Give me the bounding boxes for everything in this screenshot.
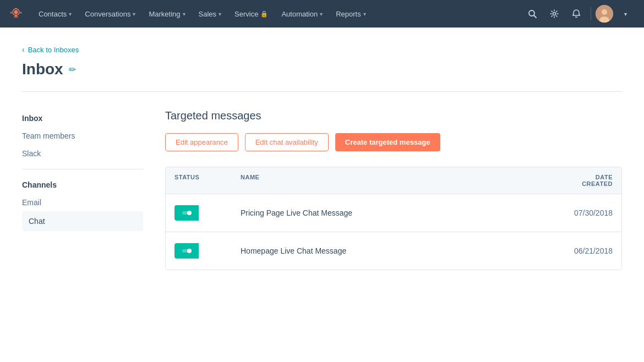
chevron-down-icon: ▾: [320, 11, 323, 17]
nav-reports[interactable]: Reports ▾: [329, 0, 373, 28]
right-content: Targeted messages Edit appearance Edit c…: [165, 109, 622, 270]
toggle-check-1[interactable]: [199, 205, 214, 221]
page-container: ‹ Back to Inboxes Inbox ✏ Inbox Team mem…: [0, 28, 644, 288]
sidebar-item-email[interactable]: Email: [22, 194, 143, 211]
toggle-1[interactable]: [174, 205, 223, 221]
nav-right-icons: ▾: [522, 4, 635, 24]
table-row: Homepage Live Chat Message 06/21/2018: [166, 232, 621, 270]
search-button[interactable]: [522, 4, 542, 24]
svg-rect-4: [15, 8, 17, 9]
page-divider: [22, 91, 622, 92]
toggle-switch-1[interactable]: [174, 205, 199, 221]
header-status: STATUS: [166, 167, 232, 194]
chevron-down-icon: ▾: [219, 11, 221, 17]
toggle-2[interactable]: [174, 243, 223, 259]
name-cell-1: Pricing Page Live Chat Message: [232, 198, 544, 228]
table-row: Pricing Page Live Chat Message 07/30/201…: [166, 194, 621, 232]
page-title-row: Inbox ✏: [22, 61, 622, 78]
nav-service[interactable]: Service 🔒: [228, 0, 275, 28]
hubspot-logo[interactable]: [9, 7, 23, 21]
svg-rect-7: [20, 12, 21, 14]
date-cell-2: 06/21/2018: [544, 235, 621, 266]
toggle-switch-2[interactable]: [174, 243, 199, 259]
sidebar-item-chat[interactable]: Chat: [22, 211, 143, 231]
edit-title-icon[interactable]: ✏: [69, 64, 76, 75]
sidebar-item-team-members[interactable]: Team members: [22, 127, 143, 145]
nav-sales[interactable]: Sales ▾: [192, 0, 228, 28]
date-cell-1: 07/30/2018: [544, 198, 621, 228]
svg-point-15: [187, 211, 192, 215]
messages-table: STATUS NAME DATECREATED: [165, 167, 622, 270]
nav-marketing[interactable]: Marketing ▾: [142, 0, 192, 28]
header-name: NAME: [232, 167, 544, 194]
sidebar: Inbox Team members Slack Channels Email …: [22, 109, 143, 270]
back-arrow-icon: ‹: [22, 45, 25, 54]
header-date: DATECREATED: [544, 167, 621, 194]
nav-contacts[interactable]: Contacts ▾: [32, 0, 78, 28]
create-targeted-message-button[interactable]: Create targeted message: [335, 133, 440, 151]
status-cell-1: [166, 194, 232, 232]
svg-point-10: [553, 13, 556, 15]
edit-availability-button[interactable]: Edit chat availability: [245, 133, 329, 151]
table-header: STATUS NAME DATECREATED: [166, 167, 621, 194]
svg-point-17: [187, 249, 192, 253]
nav-conversations[interactable]: Conversations ▾: [78, 0, 142, 28]
nav-items: Contacts ▾ Conversations ▾ Marketing ▾ S…: [32, 0, 522, 28]
svg-point-12: [602, 9, 607, 15]
svg-rect-3: [14, 17, 18, 18]
nav-automation[interactable]: Automation ▾: [275, 0, 329, 28]
sidebar-item-inbox[interactable]: Inbox: [22, 109, 143, 127]
svg-rect-5: [15, 15, 17, 16]
toggle-check-2[interactable]: [199, 243, 214, 259]
chevron-down-icon: ▾: [133, 11, 135, 17]
page-title: Inbox: [22, 61, 63, 78]
chevron-down-icon: ▾: [363, 11, 366, 17]
breadcrumb[interactable]: ‹ Back to Inboxes: [22, 45, 622, 54]
section-title: Targeted messages: [165, 109, 622, 122]
lock-icon: 🔒: [260, 10, 268, 18]
avatar[interactable]: [596, 5, 613, 23]
settings-button[interactable]: [544, 4, 564, 24]
sidebar-divider: [22, 169, 143, 169]
notifications-button[interactable]: [566, 4, 586, 24]
nav-divider: [591, 7, 591, 20]
status-cell-2: [166, 232, 232, 270]
chevron-down-icon: ▾: [183, 11, 185, 17]
main-content: Inbox Team members Slack Channels Email …: [22, 109, 622, 270]
sidebar-item-slack[interactable]: Slack: [22, 145, 143, 162]
sidebar-channels-heading: Channels: [22, 176, 143, 194]
actions-row: Edit appearance Edit chat availability C…: [165, 133, 622, 151]
chevron-down-icon: ▾: [69, 11, 72, 17]
name-cell-2: Homepage Live Chat Message: [232, 235, 544, 266]
top-navigation: Contacts ▾ Conversations ▾ Marketing ▾ S…: [0, 0, 644, 28]
svg-point-0: [14, 10, 18, 14]
edit-appearance-button[interactable]: Edit appearance: [165, 133, 238, 151]
svg-line-9: [534, 15, 536, 18]
account-chevron[interactable]: ▾: [615, 4, 635, 24]
svg-rect-6: [10, 12, 12, 14]
